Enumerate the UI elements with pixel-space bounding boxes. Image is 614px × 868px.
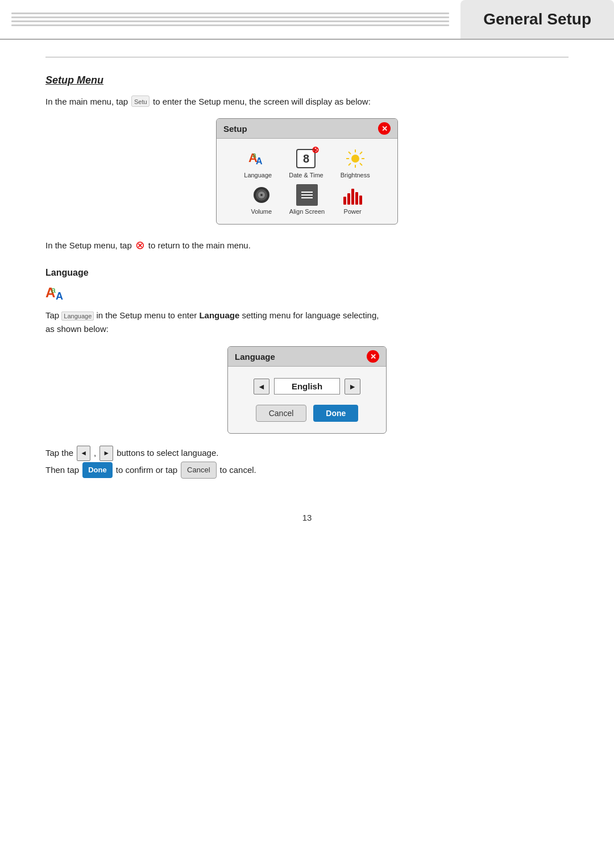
page: General Setup Setup Menu In the main men…: [0, 0, 614, 868]
inst2-before: Then tap: [45, 462, 79, 479]
return-text-after: to return to the main menu.: [148, 240, 251, 250]
inst2-middle: to confirm or tap: [116, 462, 177, 479]
header-decoration: [0, 0, 460, 39]
language-selector-row: ◄ English ►: [254, 378, 360, 394]
svg-text:A: A: [56, 290, 63, 302]
setup-menu-section: Setup Menu In the main menu, tap Setup t…: [45, 74, 569, 252]
setup-dialog-titlebar: Setup ✕: [217, 119, 397, 139]
language-done-button[interactable]: Done: [313, 405, 358, 422]
return-note: In the Setup menu, tap ⊗ to return to th…: [45, 238, 569, 252]
header-title-box: General Setup: [460, 0, 614, 39]
power-icon: [342, 184, 363, 206]
language-dialog-title: Language: [235, 352, 275, 362]
svg-text:A: A: [256, 156, 263, 166]
instruction-line-2: Then tap Done to confirm or tap Cancel t…: [45, 462, 569, 479]
datetime-icon: 8 ⊗: [295, 148, 317, 169]
setup-dialog-body: A A a Language 8 ⊗: [217, 139, 397, 224]
page-title: General Setup: [483, 10, 591, 28]
language-label: Language: [244, 172, 272, 178]
menu-row-1: A A a Language 8 ⊗: [228, 148, 386, 178]
done-inline-badge: Done: [82, 462, 113, 479]
language-intro: Tap Language in the Setup menu to enter …: [45, 309, 569, 336]
language-cancel-button[interactable]: Cancel: [256, 405, 307, 422]
next-language-button[interactable]: ►: [345, 379, 360, 394]
svg-text:Setup: Setup: [134, 98, 147, 105]
language-icon-row: A A a: [45, 283, 569, 303]
svg-line-10: [360, 163, 362, 165]
svg-line-12: [349, 163, 351, 165]
menu-item-volume[interactable]: Volume: [251, 184, 272, 215]
brightness-label: Brightness: [341, 172, 370, 178]
page-header: General Setup: [0, 0, 614, 40]
datetime-label: Date & Time: [289, 172, 323, 178]
menu-item-power[interactable]: Power: [342, 184, 363, 215]
svg-point-4: [351, 155, 359, 163]
svg-line-9: [349, 152, 351, 154]
language-large-icon: A A a: [45, 283, 68, 303]
nav-left-inline: ◄: [77, 446, 90, 461]
brightness-icon: [345, 148, 366, 169]
inst1-before: Tap the: [45, 445, 73, 462]
header-line-3: [11, 20, 449, 22]
svg-text:a: a: [51, 285, 56, 294]
header-line-2: [11, 16, 449, 18]
language-instructions: Tap the ◄ , ► buttons to select language…: [45, 445, 569, 479]
close-icon-inline: ⊗: [135, 238, 145, 252]
intro-text-before: In the main menu, tap: [45, 97, 128, 106]
prev-language-button[interactable]: ◄: [254, 379, 269, 394]
svg-line-11: [360, 152, 362, 154]
menu-item-align[interactable]: Align Screen: [289, 184, 325, 215]
svg-point-16: [260, 194, 263, 196]
inst2-end: to cancel.: [220, 462, 256, 479]
language-action-buttons: Cancel Done: [256, 405, 359, 422]
cancel-inline-badge: Cancel: [181, 462, 216, 479]
current-language-display: English: [274, 378, 340, 394]
menu-item-language[interactable]: A A a Language: [244, 148, 272, 178]
setup-close-button[interactable]: ✕: [378, 122, 391, 135]
menu-item-datetime[interactable]: 8 ⊗ Date & Time: [289, 148, 323, 178]
language-dialog-body: ◄ English ► Cancel Done: [228, 367, 386, 433]
inst1-rest: buttons to select language.: [117, 445, 218, 462]
setup-dialog: Setup ✕ A A a: [216, 118, 398, 225]
page-number: 13: [45, 513, 569, 522]
language-dialog: Language ✕ ◄ English ► Cancel Done: [227, 346, 387, 434]
align-icon: [296, 184, 318, 206]
language-section-title: Language: [45, 268, 569, 278]
content-area: Setup Menu In the main menu, tap Setup t…: [0, 74, 614, 522]
lang-intro-before: Tap: [45, 310, 59, 320]
lang-intro-icon-label: Language: [61, 312, 94, 321]
header-divider: [45, 57, 569, 57]
language-dialog-titlebar: Language ✕: [228, 347, 386, 367]
nav-right-inline: ►: [99, 446, 113, 461]
setup-inline-icon: Setup: [131, 95, 150, 107]
setup-menu-title: Setup Menu: [45, 74, 569, 86]
language-icon: A A a: [247, 148, 269, 169]
return-text-before: In the Setup menu, tap: [45, 240, 132, 250]
instruction-line-1: Tap the ◄ , ► buttons to select language…: [45, 445, 569, 462]
menu-item-brightness[interactable]: Brightness: [341, 148, 370, 178]
language-close-button[interactable]: ✕: [367, 350, 379, 363]
setup-dialog-title: Setup: [223, 124, 247, 134]
header-line-1: [11, 13, 449, 14]
align-label: Align Screen: [289, 208, 325, 215]
language-bold: Language: [199, 310, 239, 320]
volume-label: Volume: [251, 208, 272, 215]
intro-text-after: to enter the Setup menu, the screen will…: [153, 97, 371, 106]
menu-row-2: Volume Align Screen: [228, 184, 386, 215]
header-line-4: [11, 24, 449, 26]
volume-icon: [251, 184, 272, 206]
svg-text:a: a: [252, 151, 256, 159]
power-label: Power: [344, 208, 362, 215]
comma: ,: [94, 445, 96, 462]
language-section: Language A A a Tap Language in the Setup…: [45, 268, 569, 479]
lang-intro-after: in the Setup menu to enter Language sett…: [45, 310, 379, 334]
setup-intro-line: In the main menu, tap Setup to enter the…: [45, 95, 569, 107]
